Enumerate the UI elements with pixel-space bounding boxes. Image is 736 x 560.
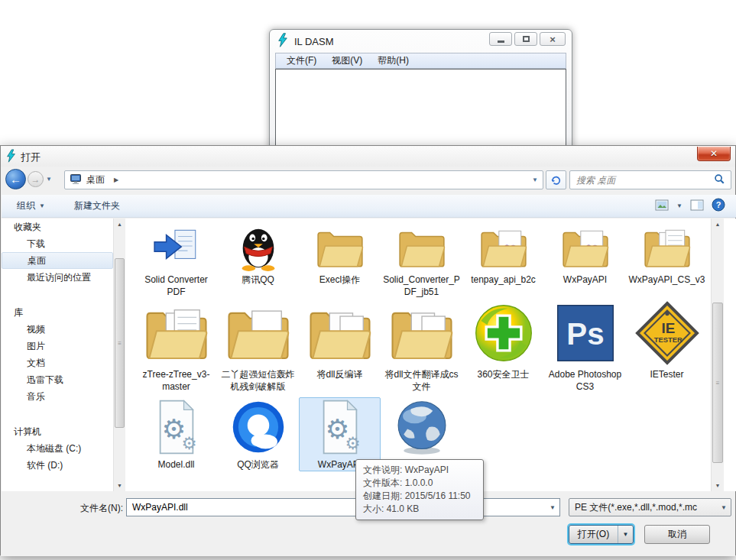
command-toolbar: 组织 ▼ 新建文件夹 ▼ ?: [2, 195, 736, 218]
file-item-wxpayapi-folder[interactable]: ∞WxPayAPI: [544, 223, 626, 299]
svg-text:Ps: Ps: [566, 317, 604, 351]
sidebar-item-label: 收藏夹: [14, 221, 41, 234]
file-item-label: QQ浏览器: [219, 458, 297, 471]
sidebar-scrollbar[interactable]: ▲ ≡ ▼: [113, 218, 125, 491]
sidebar-item-libraries[interactable]: 库: [2, 304, 113, 321]
search-icon[interactable]: [714, 173, 725, 187]
breadcrumb-location[interactable]: 桌面: [86, 173, 105, 186]
sidebar-item-documents[interactable]: 文档: [2, 354, 113, 371]
folder-pages-icon: ⚙: [388, 300, 456, 366]
file-item-sms-bomber[interactable]: ◆二丫超强短信轰炸机残剑破解版: [217, 299, 299, 393]
open-button[interactable]: 打开(O) ▼: [569, 525, 634, 544]
scroll-up-icon[interactable]: ▲: [712, 218, 723, 230]
minimize-button[interactable]: [489, 32, 512, 46]
sidebar-item-recent-places[interactable]: 最近访问的位置: [2, 269, 113, 286]
menu-help[interactable]: 帮助(H): [370, 54, 417, 67]
nav-history-dropdown[interactable]: ▼: [46, 176, 52, 183]
file-item-360-safe[interactable]: 360安全卫士: [462, 299, 544, 393]
views-button[interactable]: [655, 199, 669, 213]
sidebar-item-thunder-downloads[interactable]: 迅雷下载: [2, 371, 113, 388]
sidebar-item-desktop[interactable]: 桌面: [2, 252, 113, 269]
back-arrow-icon: ←: [10, 173, 21, 186]
file-item-dll-decompile[interactable]: ⚙将dll反编译: [299, 299, 381, 393]
search-input[interactable]: [570, 175, 714, 186]
sidebar-item-label: 视频: [27, 323, 45, 336]
chevron-down-icon[interactable]: ▼: [546, 504, 559, 511]
sidebar-item-label: 桌面: [28, 254, 46, 267]
sidebar-item-favorites[interactable]: 收藏夹: [2, 218, 113, 235]
ildasm-window: IL DASM × 文件(F)视图(V)帮助(H): [269, 29, 572, 150]
help-button[interactable]: ?: [712, 198, 725, 214]
breadcrumb-arrow-icon[interactable]: ▶: [114, 176, 118, 183]
file-item-model-dll[interactable]: ⚙⚙Model.dll: [135, 397, 217, 471]
address-dropdown-icon[interactable]: ▼: [532, 176, 538, 183]
sidebar-item-music[interactable]: ♪音乐: [2, 388, 113, 405]
file-item-adobe-photoshop-cs3[interactable]: PsAdobe Photoshop CS3: [544, 299, 626, 393]
file-item-tenpay-api-b2c[interactable]: ∞tenpay_api_b2c: [462, 223, 544, 299]
qqbrowser-icon: [229, 398, 288, 456]
file-item-label: 腾讯QQ: [219, 274, 297, 286]
maximize-icon: [523, 36, 530, 42]
scroll-down-icon[interactable]: ▼: [115, 480, 125, 491]
organize-label: 组织: [17, 199, 35, 212]
sidebar-item-pictures[interactable]: 图片: [2, 338, 113, 354]
forward-button[interactable]: →: [28, 171, 44, 187]
preview-pane-button[interactable]: [690, 199, 704, 213]
sidebar-item-label: 文档: [27, 357, 45, 370]
filetype-combobox[interactable]: PE 文件(*.exe,*.dll,*.mod,*.mc ▼: [569, 498, 731, 516]
file-item-label: WxPayAPI_CS_v3: [628, 274, 706, 286]
dialog-titlebar[interactable]: 打开 ✕: [1, 146, 735, 167]
ildasm-titlebar[interactable]: IL DASM: [277, 33, 334, 50]
views-dropdown-icon[interactable]: ▼: [676, 202, 683, 209]
dialog-close-button[interactable]: ✕: [697, 147, 731, 161]
close-button[interactable]: ×: [540, 32, 566, 46]
refresh-button[interactable]: [546, 170, 566, 189]
file-item-ietester[interactable]: IETESTERIETester: [626, 299, 708, 393]
scroll-down-icon[interactable]: ▼: [712, 480, 723, 491]
sidebar-item-computer[interactable]: 计算机: [2, 423, 113, 440]
file-item-solid-converter-pdf-jb51[interactable]: Solid_Converter_PDF_jb51: [381, 223, 462, 299]
file-item-excel-caozuo[interactable]: Execl操作: [299, 223, 381, 299]
new-folder-button[interactable]: 新建文件夹: [68, 196, 126, 215]
file-list-scrollbar[interactable]: ▲ ≡ ▼: [711, 218, 724, 491]
menu-file[interactable]: 文件(F): [279, 54, 324, 67]
svg-text:IE: IE: [661, 320, 675, 336]
file-item-label: Solid Converter PDF: [138, 274, 216, 298]
sidebar-item-downloads[interactable]: ↓下载: [2, 235, 113, 252]
organize-button[interactable]: 组织 ▼: [11, 196, 51, 215]
forward-arrow-icon: →: [31, 174, 41, 185]
back-button[interactable]: ←: [5, 169, 26, 189]
file-item-label: 360安全卫士: [465, 368, 543, 380]
tooltip-line: 大小: 41.0 KB: [363, 503, 476, 516]
folder-vs-icon: ∞: [478, 224, 529, 271]
solid-pdf-icon: [151, 224, 202, 271]
scroll-up-icon[interactable]: ▲: [115, 218, 125, 230]
file-item-solid-converter-pdf[interactable]: Solid Converter PDF: [135, 223, 217, 299]
file-item-label: 将dll文件翻译成cs文件: [383, 368, 461, 393]
file-item-qq-browser[interactable]: QQ浏览器: [217, 397, 299, 471]
sidebar-item-disk-c[interactable]: 本地磁盘 (C:): [2, 440, 113, 457]
search-box: [569, 170, 731, 189]
file-list-scrollbar-thumb[interactable]: ≡: [712, 303, 723, 463]
ildasm-client-area: [275, 69, 566, 150]
svg-text:⚙: ⚙: [181, 434, 196, 453]
folder-vs-icon: ∞: [560, 224, 611, 271]
sidebar-item-videos[interactable]: 视频: [2, 321, 113, 338]
lightning-icon: [6, 149, 16, 165]
open-button-dropdown[interactable]: ▼: [618, 526, 633, 543]
file-item-tencent-qq[interactable]: 腾讯QQ: [217, 223, 299, 299]
address-bar[interactable]: 桌面 ▶ ▼: [64, 170, 543, 189]
cancel-button[interactable]: 取消: [644, 525, 710, 544]
sidebar-scrollbar-thumb[interactable]: ≡: [115, 258, 125, 428]
file-info-tooltip: 文件说明: WxPayAPI文件版本: 1.0.0.0创建日期: 2015/5/…: [355, 459, 484, 520]
menu-view[interactable]: 视图(V): [324, 54, 370, 67]
desktop-icon: [70, 173, 82, 187]
file-item-ztree-v3-master[interactable]: zTree-zTree_v3-master: [135, 299, 217, 393]
file-item-dll-to-cs[interactable]: ⚙将dll文件翻译成cs文件: [381, 299, 462, 393]
ildasm-caption-buttons: ×: [489, 32, 566, 46]
sidebar-item-label: 本地磁盘 (C:): [27, 442, 81, 455]
dialog-title: 打开: [21, 151, 41, 164]
maximize-button[interactable]: [514, 32, 537, 46]
sidebar-item-disk-d[interactable]: 软件 (D:): [2, 457, 113, 474]
file-item-wxpayapi-cs-v3[interactable]: WxPayAPI_CS_v3: [626, 223, 708, 299]
